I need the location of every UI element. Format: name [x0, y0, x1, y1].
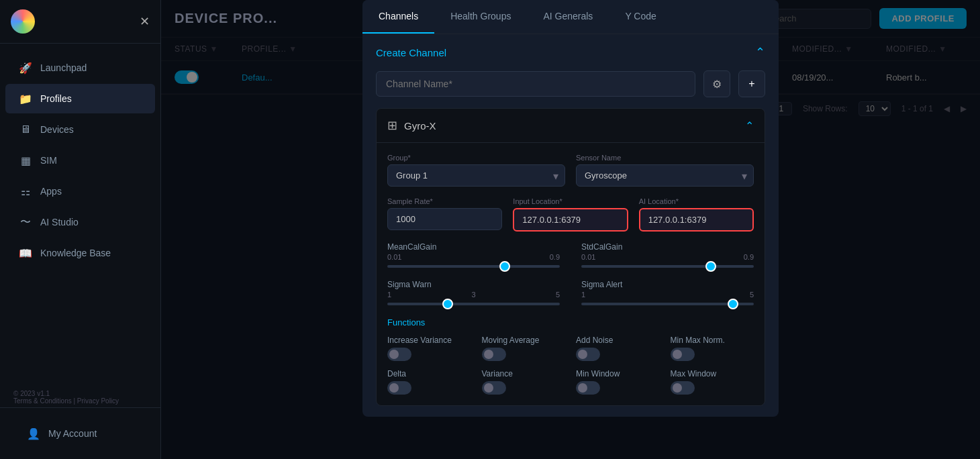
mean-cal-gain-max: 0.9 — [550, 253, 560, 261]
sim-icon: ▦ — [19, 154, 32, 167]
toggle-delta[interactable] — [387, 381, 411, 395]
knowledge-base-icon: 📖 — [19, 246, 32, 260]
input-location-label: Input Location* — [513, 197, 628, 205]
sensor-field: Sensor Name Gyroscope — [576, 154, 754, 187]
functions-grid: Increase Variance Moving Average Add Noi… — [387, 336, 754, 395]
sample-rate-input[interactable] — [387, 208, 502, 230]
create-channel-header[interactable]: Create Channel ⌃ — [362, 34, 779, 70]
input-location-field: Input Location* — [513, 197, 628, 232]
function-moving-average: Moving Average — [482, 336, 566, 361]
channel-card: ⊞ Gyro-X ⌃ Group* Group 1 — [376, 108, 765, 406]
sidebar: ✕ 🚀 Launchpad 📁 Profiles 🖥 Devices ▦ SIM… — [0, 0, 161, 459]
tab-y-code[interactable]: Y Code — [609, 0, 672, 34]
std-cal-gain-max: 0.9 — [744, 253, 754, 261]
sigma-warn-track[interactable] — [387, 303, 560, 305]
devices-icon: 🖥 — [19, 123, 32, 136]
sidebar-item-label: Profiles — [40, 93, 72, 104]
toggle-increase-variance[interactable] — [387, 348, 411, 361]
sidebar-item-devices[interactable]: 🖥 Devices — [5, 115, 155, 144]
sigma-warn-label: Sigma Warn — [387, 280, 560, 289]
std-cal-gain-group: StdCalGain 0.01 0.9 — [581, 242, 754, 269]
add-channel-button[interactable]: + — [738, 70, 765, 97]
toggle-min-window[interactable] — [576, 381, 600, 395]
tab-channels[interactable]: Channels — [362, 0, 434, 34]
ai-location-field: AI Location* — [639, 197, 754, 232]
mean-cal-gain-track[interactable] — [387, 265, 560, 268]
function-max-window: Max Window — [671, 369, 754, 395]
sensor-label: Sensor Name — [576, 154, 754, 162]
sigma-alert-thumb[interactable] — [728, 299, 738, 309]
sidebar-item-knowledge-base[interactable]: 📖 Knowledge Base — [5, 238, 155, 268]
tab-health-groups[interactable]: Health Groups — [434, 0, 527, 34]
sigma-alert-max: 5 — [750, 291, 754, 299]
sigma-warn-max: 5 — [556, 291, 560, 299]
main-content: DEVICE PRO... 🔍 ADD PROFILE STATUS ▼ PRO… — [161, 0, 980, 459]
sample-rate-label: Sample Rate* — [387, 197, 502, 205]
sigma-alert-min: 1 — [581, 291, 585, 299]
tab-ai-generals[interactable]: AI Generals — [527, 0, 609, 34]
function-increase-variance: Increase Variance — [387, 336, 471, 361]
sidebar-item-apps[interactable]: ⚏ Apps — [5, 176, 155, 206]
channel-card-header: ⊞ Gyro-X ⌃ — [377, 109, 765, 143]
function-variance: Variance — [482, 369, 566, 395]
sidebar-logo: ✕ — [0, 0, 160, 44]
toggle-min-max-norm[interactable] — [671, 348, 695, 361]
sidebar-item-launchpad[interactable]: 🚀 Launchpad — [5, 53, 155, 83]
group-select[interactable]: Group 1 — [387, 164, 565, 187]
close-icon[interactable]: ✕ — [140, 14, 150, 29]
sidebar-item-label: SIM — [40, 155, 57, 166]
sidebar-item-ai-studio[interactable]: 〜 AI Studio — [5, 207, 155, 237]
create-channel-title: Create Channel — [376, 47, 446, 58]
input-location-input[interactable] — [513, 208, 628, 232]
toggle-moving-average[interactable] — [482, 348, 506, 361]
group-select-wrapper: Group 1 — [387, 164, 565, 187]
sidebar-version: © 2023 v1.1 Terms & Conditions | Privacy… — [0, 385, 160, 407]
sidebar-item-my-account[interactable]: 👤 My Account — [13, 419, 147, 448]
ai-location-label: AI Location* — [639, 197, 754, 205]
mean-cal-gain-label: MeanCalGain — [387, 242, 560, 252]
channel-card-title-row: ⊞ Gyro-X — [387, 118, 436, 133]
my-account-icon: 👤 — [27, 427, 40, 440]
sigma-alert-track[interactable] — [581, 303, 754, 305]
toggle-add-noise[interactable] — [576, 348, 600, 361]
sidebar-footer-label: My Account — [48, 428, 97, 439]
std-cal-gain-min: 0.01 — [581, 253, 595, 261]
functions-section: Functions Increase Variance Moving Avera… — [377, 317, 765, 405]
std-cal-gain-thumb[interactable] — [705, 261, 716, 272]
group-field: Group* Group 1 — [387, 154, 565, 187]
sidebar-item-label: AI Studio — [40, 217, 79, 227]
toggle-variance[interactable] — [482, 381, 506, 395]
sidebar-nav: 🚀 Launchpad 📁 Profiles 🖥 Devices ▦ SIM ⚏… — [0, 44, 160, 385]
group-sensor-row: Group* Group 1 Sensor Name G — [387, 154, 754, 187]
sidebar-footer: 👤 My Account — [0, 407, 160, 459]
sidebar-item-label: Devices — [40, 124, 74, 135]
toggle-max-window[interactable] — [671, 381, 695, 395]
function-min-window: Min Window — [576, 369, 660, 395]
apps-icon: ⚏ — [19, 185, 32, 198]
channel-name-input[interactable] — [376, 71, 695, 97]
sidebar-item-sim[interactable]: ▦ SIM — [5, 146, 155, 175]
sigma-alert-label: Sigma Alert — [581, 280, 754, 289]
function-delta: Delta — [387, 369, 471, 395]
logo-icon — [11, 9, 35, 34]
settings-button[interactable]: ⚙ — [703, 70, 730, 97]
profiles-icon: 📁 — [19, 92, 32, 105]
sidebar-item-profiles[interactable]: 📁 Profiles — [5, 84, 155, 113]
channel-chevron-up-icon[interactable]: ⌃ — [745, 119, 754, 132]
modal: Channels Health Groups AI Generals Y Cod… — [362, 0, 779, 417]
std-cal-gain-track[interactable] — [581, 265, 754, 268]
sensor-select[interactable]: Gyroscope — [576, 164, 754, 187]
sigma-warn-thumb[interactable] — [442, 299, 453, 309]
sigma-warn-group: Sigma Warn 1 3 5 — [387, 280, 560, 307]
launchpad-icon: 🚀 — [19, 61, 32, 74]
sidebar-item-label: Launchpad — [40, 62, 87, 73]
chevron-up-icon: ⌃ — [755, 45, 765, 60]
mean-cal-gain-thumb[interactable] — [499, 261, 510, 272]
mean-cal-gain-group: MeanCalGain 0.01 0.9 — [387, 242, 560, 269]
ai-location-input[interactable] — [639, 208, 754, 232]
sigma-warn-min: 1 — [387, 291, 391, 299]
modal-overlay: Channels Health Groups AI Generals Y Cod… — [161, 0, 980, 459]
slider-row-1: MeanCalGain 0.01 0.9 StdCalGain — [387, 242, 754, 269]
channel-card-body: Group* Group 1 Sensor Name G — [377, 143, 765, 317]
sensor-select-wrapper: Gyroscope — [576, 164, 754, 187]
